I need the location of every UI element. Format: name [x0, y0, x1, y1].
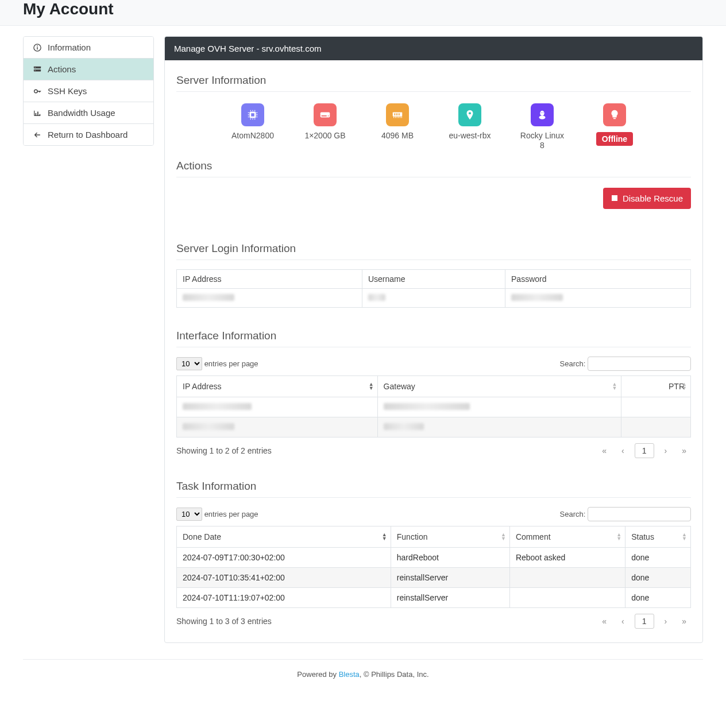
panel-header: Manage OVH Server - srv.ovhtest.com: [165, 37, 702, 60]
task-showing: Showing 1 to 3 of 3 entries: [176, 617, 272, 626]
svg-rect-25: [613, 118, 616, 119]
cell-function: reinstallServer: [391, 587, 509, 607]
server-information-title: Server Information: [176, 74, 691, 87]
sidebar-item-return-dashboard[interactable]: Return to Dashboard: [24, 124, 153, 145]
page-first[interactable]: «: [597, 444, 611, 458]
spec-cpu-label: AtomN2800: [231, 131, 274, 141]
redacted-value: [368, 294, 385, 301]
page-current[interactable]: 1: [635, 614, 654, 629]
redacted-value: [511, 294, 563, 301]
sidebar-item-actions[interactable]: Actions: [24, 59, 153, 80]
svg-point-23: [541, 113, 542, 113]
footer-tail: , © Phillips Data, Inc.: [360, 670, 429, 679]
disable-rescue-label: Disable Rescue: [623, 193, 683, 203]
footer: Powered by Blesta, © Phillips Data, Inc.: [23, 659, 703, 679]
redacted-value: [183, 403, 252, 410]
page-prev[interactable]: ‹: [617, 444, 629, 458]
sidebar-item-label: Return to Dashboard: [48, 130, 128, 140]
chart-icon: [33, 109, 42, 117]
svg-rect-17: [395, 113, 396, 115]
spec-status: Offline: [590, 103, 639, 150]
lightbulb-icon: [603, 103, 626, 126]
task-col-function[interactable]: Function▲▼: [391, 526, 509, 547]
task-table: Done Date▲▼ Function▲▼ Comment▲▼ Status▲…: [176, 526, 691, 608]
spec-row: AtomN2800 1×2000 GB 4096 MB: [176, 101, 691, 155]
login-table: IP Address Username Password: [176, 269, 691, 308]
redacted-value: [384, 403, 470, 410]
spec-os: Rocky Linux 8: [518, 103, 567, 150]
svg-point-5: [34, 67, 35, 67]
sidebar-item-label: SSH Keys: [48, 86, 87, 96]
login-col-user: Username: [362, 269, 505, 288]
page-last[interactable]: »: [677, 614, 691, 628]
stop-icon: [611, 193, 618, 203]
table-row: [177, 397, 691, 417]
redacted-value: [384, 423, 424, 430]
interface-info-title: Interface Information: [176, 330, 691, 342]
interface-search-input[interactable]: [588, 357, 691, 371]
task-info-title: Task Information: [176, 480, 691, 493]
memory-icon: [386, 103, 409, 126]
server-icon: [33, 65, 42, 73]
cell-status: done: [625, 587, 691, 607]
actions-title: Actions: [176, 160, 691, 172]
page-next[interactable]: ›: [660, 444, 672, 458]
table-row: 2024-07-10T10:35:41+02:00 reinstallServe…: [177, 567, 691, 587]
search-label: Search:: [560, 359, 586, 368]
login-col-pass: Password: [505, 269, 691, 288]
interface-col-gateway[interactable]: Gateway▲▼: [377, 375, 621, 397]
sidebar-item-bandwidth[interactable]: Bandwidth Usage: [24, 102, 153, 124]
page-current[interactable]: 1: [635, 443, 654, 458]
task-search-input[interactable]: [588, 507, 691, 521]
sort-icon: ▲▼: [612, 382, 617, 390]
sort-icon: ▲▼: [682, 533, 687, 541]
sidebar-item-information[interactable]: Information: [24, 37, 153, 59]
login-cell-user: [362, 288, 505, 307]
sort-icon: ▲▼: [682, 382, 687, 390]
interface-col-ptr[interactable]: PTR▲▼: [621, 375, 691, 397]
task-page-size[interactable]: 10: [176, 508, 202, 521]
page-first[interactable]: «: [597, 614, 611, 628]
status-badge: Offline: [596, 132, 633, 146]
divider: [176, 347, 691, 347]
sidebar-item-ssh-keys[interactable]: SSH Keys: [24, 80, 153, 102]
interface-showing: Showing 1 to 2 of 2 entries: [176, 446, 272, 455]
disable-rescue-button[interactable]: Disable Rescue: [603, 188, 691, 209]
cell-status: done: [625, 567, 691, 587]
page-last[interactable]: »: [677, 444, 691, 458]
spec-memory-label: 4096 MB: [381, 131, 414, 141]
interface-page-size[interactable]: 10: [176, 357, 202, 370]
linux-icon: [531, 103, 554, 126]
sidebar-item-label: Actions: [48, 64, 76, 74]
task-col-status[interactable]: Status▲▼: [625, 526, 691, 547]
spec-cpu: AtomN2800: [228, 103, 277, 150]
cell-done: 2024-07-10T11:19:07+02:00: [177, 587, 391, 607]
svg-point-2: [37, 45, 38, 47]
footer-vendor-link[interactable]: Blesta: [339, 670, 360, 679]
login-cell-ip: [177, 288, 362, 307]
table-row: [177, 417, 691, 437]
interface-col-ip[interactable]: IP Address▲▼: [177, 375, 378, 397]
svg-point-20: [469, 112, 471, 114]
spec-storage: 1×2000 GB: [300, 103, 350, 150]
page-prev[interactable]: ‹: [617, 614, 629, 628]
spec-memory: 4096 MB: [373, 103, 422, 150]
svg-rect-13: [320, 112, 330, 117]
svg-rect-9: [37, 111, 38, 115]
redacted-value: [183, 423, 234, 430]
svg-rect-10: [40, 114, 41, 115]
spec-storage-label: 1×2000 GB: [304, 131, 345, 141]
svg-point-21: [540, 111, 544, 116]
task-col-comment[interactable]: Comment▲▼: [509, 526, 625, 547]
redacted-value: [183, 294, 234, 301]
divider: [176, 497, 691, 498]
svg-point-7: [34, 90, 38, 93]
server-panel: Manage OVH Server - srv.ovhtest.com Serv…: [164, 36, 703, 643]
svg-rect-1: [37, 47, 37, 49]
search-label: Search:: [560, 510, 586, 518]
table-row: 2024-07-10T11:19:07+02:00 reinstallServe…: [177, 587, 691, 607]
task-col-done[interactable]: Done Date▲▼: [177, 526, 391, 547]
sidebar-item-label: Bandwidth Usage: [48, 108, 115, 118]
sort-icon: ▲▼: [616, 533, 621, 541]
page-next[interactable]: ›: [660, 614, 672, 628]
